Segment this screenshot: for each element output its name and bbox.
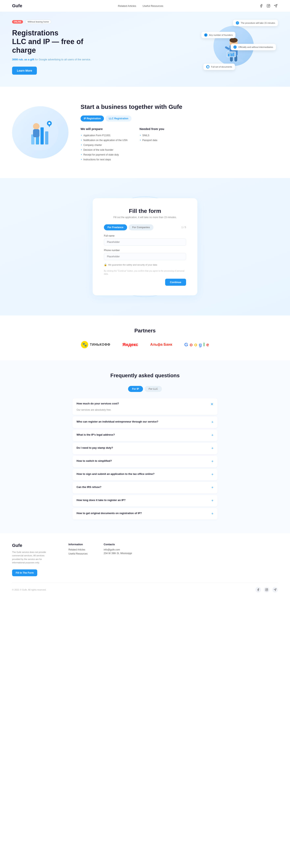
facebook-icon[interactable] bbox=[255, 587, 261, 593]
nav-links: Related Articles Useful Resources bbox=[118, 4, 163, 7]
footer: Gufe The Gufe service does not provide c… bbox=[0, 533, 290, 597]
plus-icon: + bbox=[211, 512, 213, 516]
telegram-icon[interactable] bbox=[273, 4, 278, 8]
business-title: Start a business together with Gufe bbox=[81, 103, 278, 111]
nav-useful-resources[interactable]: Useful Resources bbox=[143, 4, 163, 7]
faq-item[interactable]: How to switch to simplified? + bbox=[72, 456, 218, 467]
nav-social-icons bbox=[259, 4, 278, 8]
instagram-icon[interactable] bbox=[266, 4, 271, 8]
plus-icon: + bbox=[211, 446, 213, 451]
footer-contacts-title: Contacts bbox=[104, 543, 132, 546]
svg-point-19 bbox=[22, 114, 58, 151]
faq-item[interactable]: Who can register an individual entrepren… bbox=[72, 416, 218, 428]
lock-icon: 🔒 bbox=[104, 264, 107, 266]
partner-tinkoff: 🐾 ТИНЬКОФФ bbox=[81, 341, 110, 348]
online-badge: ONLINE bbox=[12, 20, 23, 24]
list-item: Decision of the sole founder bbox=[81, 148, 127, 152]
fullname-label: Full name bbox=[104, 235, 186, 237]
faq-item[interactable]: How much do your services cost? ✕ Our se… bbox=[72, 398, 218, 415]
faq-item[interactable]: What is the IP's legal address? + bbox=[72, 430, 218, 441]
svg-rect-15 bbox=[228, 54, 229, 56]
list-item: SNILS bbox=[140, 133, 164, 138]
navigation: Gufe Related Articles Useful Resources bbox=[0, 0, 290, 12]
faq-title: Frequently asked questions bbox=[12, 372, 278, 379]
footer-link-resources[interactable]: Useful Resources bbox=[68, 552, 88, 555]
tab-for-freelance[interactable]: For Freelance bbox=[104, 224, 127, 230]
floating-card-4: 📄 Full set of documents bbox=[203, 64, 235, 70]
phone-input[interactable] bbox=[104, 253, 186, 260]
list-item: Notification on the application of the U… bbox=[81, 138, 127, 143]
business-section: Start a business together with Gufe IP R… bbox=[0, 87, 290, 178]
partner-google: Google bbox=[184, 342, 209, 347]
needed-list: SNILS Passport data bbox=[140, 133, 164, 143]
tab-for-companies[interactable]: For Companies bbox=[129, 224, 153, 230]
faq-answer: Our services are absolutely free. bbox=[77, 408, 111, 411]
prepare-column: We will prepare Application Form P11001 … bbox=[81, 127, 127, 162]
footer-contacts-col: Contacts info@gufe.com 204 W 39th St. Mi… bbox=[104, 543, 132, 576]
form-card-subtitle: Fill out the application, it will take n… bbox=[104, 216, 186, 219]
fullname-input[interactable] bbox=[104, 239, 186, 246]
faq-item[interactable]: How to get original documents on registr… bbox=[72, 508, 218, 520]
footer-social bbox=[255, 587, 278, 593]
plus-icon: + bbox=[211, 420, 213, 424]
svg-rect-16 bbox=[230, 53, 231, 56]
svg-point-30 bbox=[266, 589, 267, 590]
plus-icon: + bbox=[211, 433, 213, 437]
faq-item[interactable]: How long does it take to register an IP?… bbox=[72, 495, 218, 506]
footer-email: info@gufe.com bbox=[104, 548, 132, 551]
nav-related-articles[interactable]: Related Articles bbox=[118, 4, 136, 7]
svg-rect-18 bbox=[233, 53, 234, 56]
svg-rect-9 bbox=[225, 46, 230, 50]
footer-description: The Gufe service does not provide commer… bbox=[12, 551, 52, 565]
svg-point-28 bbox=[48, 122, 50, 124]
learn-more-button[interactable]: Learn More bbox=[12, 67, 37, 75]
partner-yandex: Яндекс bbox=[122, 342, 138, 347]
hero-illustration: ⏱ The procedure will take 15 minutes 👥 A… bbox=[201, 18, 278, 74]
form-tab-group: For Freelance For Companies 1 / 5 bbox=[104, 224, 186, 230]
form-card: Fill the form Fill out the application, … bbox=[93, 198, 197, 296]
plus-icon: + bbox=[211, 499, 213, 503]
tab-llc-registration[interactable]: LLC Registration bbox=[106, 116, 132, 122]
logo: Gufe bbox=[12, 3, 22, 8]
footer-cta-button[interactable]: Fill In The Form bbox=[12, 569, 37, 576]
plus-icon: + bbox=[211, 486, 213, 490]
instagram-icon[interactable] bbox=[264, 587, 269, 593]
home-badge: Without leaving home bbox=[25, 20, 51, 24]
footer-link-related[interactable]: Related Articles bbox=[68, 548, 88, 551]
tab-ip-registration[interactable]: IP Registration bbox=[81, 116, 104, 122]
telegram-icon[interactable] bbox=[272, 587, 278, 593]
phone-field: Phone number bbox=[104, 249, 186, 260]
needed-column: Needed from you SNILS Passport data bbox=[140, 127, 164, 162]
faq-item[interactable]: Do I need to pay stamp duty? + bbox=[72, 443, 218, 454]
faq-question: How to get original documents on registr… bbox=[77, 512, 142, 515]
faq-question: Do I need to pay stamp duty? bbox=[77, 446, 113, 449]
faq-tab-group: For IP For LLC bbox=[12, 386, 278, 392]
hero-section: ONLINE Without leaving home Registration… bbox=[0, 12, 290, 87]
needed-title: Needed from you bbox=[140, 127, 164, 131]
form-section: Fill the form Fill out the application, … bbox=[0, 178, 290, 315]
faq-tab-ip[interactable]: For IP bbox=[128, 386, 143, 392]
svg-point-2 bbox=[269, 5, 269, 5]
partners-title: Partners bbox=[12, 328, 278, 334]
list-item: Application Form P11001 bbox=[81, 133, 127, 138]
continue-button[interactable]: Continue bbox=[165, 279, 186, 286]
list-item: Company charter bbox=[81, 143, 127, 148]
prepare-title: We will prepare bbox=[81, 127, 127, 131]
faq-tab-llc[interactable]: For LLC bbox=[145, 386, 162, 392]
footer-brand: Gufe The Gufe service does not provide c… bbox=[12, 543, 52, 576]
plus-icon: + bbox=[211, 472, 213, 477]
form-disclaimer: By clicking the "Continue" button, you c… bbox=[104, 270, 186, 275]
faq-item[interactable]: How to sign and submit an application to… bbox=[72, 469, 218, 480]
faq-item[interactable]: Can the IRS refuse? + bbox=[72, 482, 218, 493]
faq-list: How much do your services cost? ✕ Our se… bbox=[72, 398, 218, 520]
business-tabs: IP Registration LLC Registration bbox=[81, 116, 278, 122]
svg-rect-17 bbox=[231, 54, 232, 56]
list-item: Instructions for next steps bbox=[81, 157, 127, 162]
partners-row: 🐾 ТИНЬКОФФ Яндекс Альфа Банк Google bbox=[12, 341, 278, 348]
faq-question: How long does it take to register an IP? bbox=[77, 499, 125, 502]
phone-label: Phone number bbox=[104, 249, 186, 252]
floating-card-1: ⏱ The procedure will take 15 minutes bbox=[233, 20, 278, 26]
facebook-icon[interactable] bbox=[259, 4, 263, 8]
page-indicator: 1 / 5 bbox=[181, 226, 186, 229]
faq-question: How to sign and submit an application to… bbox=[77, 472, 154, 475]
